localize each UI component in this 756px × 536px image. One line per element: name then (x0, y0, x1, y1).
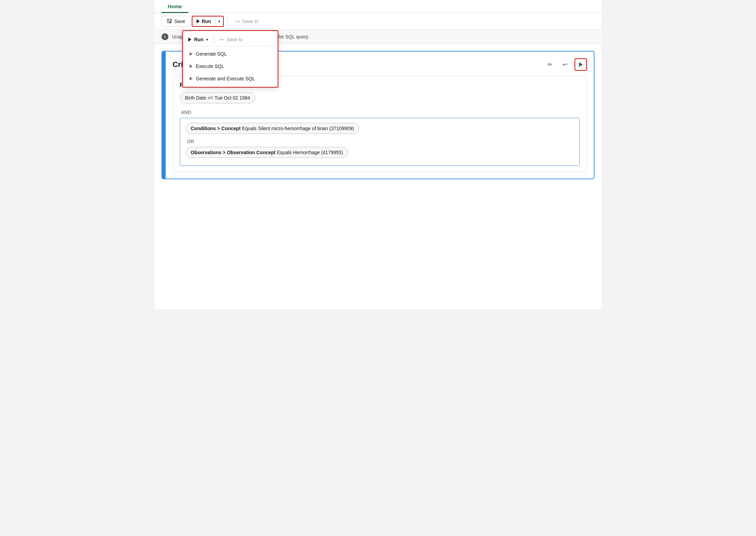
toolbar-divider (227, 16, 227, 26)
and-label: AND (181, 110, 580, 115)
save-icon: 🖫 (167, 18, 172, 24)
info-icon: i (162, 33, 168, 40)
or-label: OR (187, 139, 574, 144)
run-label: Run (202, 19, 211, 24)
patients-block: Patients Birth Date <= Tue Oct 02 1984 A… (173, 76, 587, 172)
save-to-label: Save to (242, 19, 258, 24)
criteria-run-button[interactable] (575, 58, 587, 71)
tab-home[interactable]: Home (162, 0, 188, 13)
criteria-actions: ✏ ↩ (544, 58, 587, 71)
criteria-left-bar (162, 52, 166, 179)
run-play-icon (197, 19, 200, 23)
pencil-icon: ✏ (547, 61, 553, 68)
criteria-undo-button[interactable]: ↩ (559, 59, 570, 70)
run-main-button[interactable]: Run (192, 16, 215, 26)
save-to-button[interactable]: ↦ Save to (231, 16, 263, 26)
observations-chip-bold: Observations > Observation Concept (191, 150, 276, 155)
conditions-chip-bold: Conditions > Concept (191, 126, 241, 131)
birth-date-chip-text: Birth Date <= Tue Oct 02 1984 (185, 95, 250, 101)
conditions-chip: Conditions > Concept Equals Silent micro… (186, 123, 359, 134)
chevron-down-icon: ▾ (218, 19, 220, 24)
observations-chip: Observations > Observation Concept Equal… (186, 147, 348, 158)
save-to-arrow-icon: ↦ (236, 19, 240, 24)
run-chevron-button[interactable]: ▾ (215, 17, 223, 26)
app-container: Home 🖫 Save Run ▾ ↦ Save to (155, 0, 601, 309)
dropdown-item-generate-execute-sql[interactable]: Generate and Execute SQL (183, 72, 278, 85)
observations-chip-text: Equals Hemorrhage (4179955) (277, 150, 343, 155)
dropdown-item-generate-sql[interactable]: Generate SQL (183, 48, 278, 60)
generate-execute-sql-label: Generate and Execute SQL (196, 76, 255, 81)
birth-date-chip: Birth Date <= Tue Oct 02 1984 (180, 92, 255, 103)
criteria-play-icon (579, 62, 583, 67)
generate-sql-play-icon (190, 52, 192, 56)
dropdown-run-play-icon (188, 37, 191, 42)
criteria-edit-button[interactable]: ✏ (544, 59, 555, 70)
dropdown-item-execute-sql[interactable]: Execute SQL (183, 60, 278, 72)
dropdown-chevron-icon: ▾ (206, 37, 208, 42)
toolbar: 🖫 Save Run ▾ ↦ Save to Run ▾ (155, 13, 601, 30)
generate-execute-sql-play-icon (190, 77, 192, 80)
save-button[interactable]: 🖫 Save (162, 16, 190, 27)
dropdown-save-to-arrow: ↦ (220, 37, 224, 42)
execute-sql-play-icon (190, 65, 192, 68)
conditions-chip-text: Equals Silent micro-hemorrhage of brain … (242, 126, 354, 131)
execute-sql-label: Execute SQL (196, 64, 224, 69)
top-nav: Home (155, 0, 601, 13)
nested-group: Conditions > Concept Equals Silent micro… (180, 118, 580, 166)
dropdown-header: Run ▾ ↦ Save to (183, 33, 278, 46)
undo-icon: ↩ (563, 61, 568, 68)
dropdown-save-to-label: Save to (226, 37, 243, 42)
run-button-group: Run ▾ (192, 16, 224, 27)
run-dropdown-menu: Run ▾ ↦ Save to Generate SQL Execute SQL… (182, 30, 278, 88)
dropdown-divider (214, 36, 214, 43)
save-label: Save (174, 19, 185, 24)
dropdown-run-label: Run (194, 37, 203, 42)
generate-sql-label: Generate SQL (196, 51, 227, 57)
